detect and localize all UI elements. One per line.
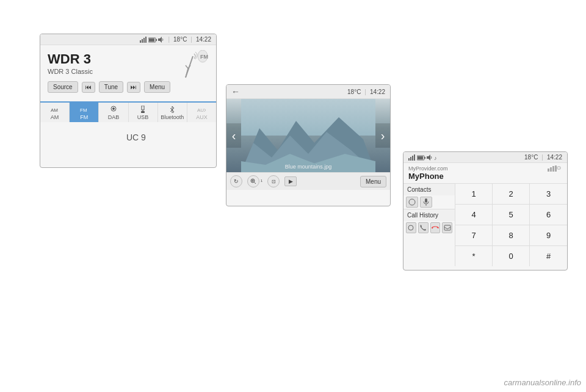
prev-image-button[interactable]: ‹	[226, 123, 241, 148]
provider-label: MyProvider.com	[408, 165, 448, 172]
time-radio: 14:22	[196, 36, 211, 43]
voicemail-button[interactable]	[442, 222, 452, 233]
contacts-actions	[403, 195, 455, 209]
image-caption: Blue mountains.jpg	[285, 164, 332, 170]
dial-5[interactable]: 5	[493, 205, 530, 225]
watermark: carmanualsonline.info	[504, 378, 581, 387]
svg-line-12	[186, 65, 188, 68]
svg-rect-3	[145, 37, 146, 43]
play-button[interactable]: ▶	[284, 176, 297, 186]
source-bluetooth[interactable]: Bluetooth	[158, 103, 187, 122]
source-am[interactable]: AM AM	[40, 103, 70, 122]
source-button[interactable]: Source	[48, 81, 78, 93]
source-usb[interactable]: USB	[129, 103, 158, 122]
dial-9[interactable]: 9	[530, 225, 567, 246]
dial-7[interactable]: 7	[455, 225, 493, 246]
svg-rect-20	[141, 111, 145, 113]
status-right: 18°C | 14:22	[347, 89, 385, 95]
svg-text:FM: FM	[200, 54, 208, 60]
contacts-icon1[interactable]	[406, 197, 418, 208]
next-image-button[interactable]: ›	[375, 123, 390, 148]
call-history-row: Call History	[403, 209, 455, 234]
phone-body: Contacts	[403, 184, 567, 266]
sep4: |	[541, 154, 543, 161]
dial-hash[interactable]: #	[530, 246, 567, 266]
svg-rect-42	[557, 167, 560, 169]
svg-rect-5	[156, 39, 157, 41]
fm-tower-icon: FM	[179, 50, 209, 79]
contacts-row: Contacts	[403, 184, 455, 209]
svg-rect-18	[142, 106, 144, 110]
images-menu-button[interactable]: Menu	[360, 176, 386, 187]
svg-line-49	[447, 227, 450, 229]
radio-main-content: WDR 3 WDR 3 Classic FM Source ⏮ Tune ⏭	[40, 45, 216, 96]
svg-rect-39	[550, 167, 552, 172]
battery-icon	[148, 37, 157, 43]
menu-button[interactable]: Menu	[144, 81, 170, 93]
call-history-button[interactable]: Call History	[403, 209, 455, 221]
tune-button[interactable]: Tune	[99, 81, 123, 93]
bluetooth-label: Bluetooth	[161, 114, 184, 120]
contacts-button[interactable]: Contacts	[403, 184, 455, 195]
dial-0[interactable]: 0	[493, 246, 530, 266]
dial-2[interactable]: 2	[493, 184, 530, 205]
mic-icon	[423, 198, 429, 206]
source-aux[interactable]: AUX AUX	[187, 103, 216, 122]
dial-4[interactable]: 4	[455, 205, 493, 225]
fm-logo: FM	[179, 50, 209, 79]
svg-text:FM: FM	[80, 107, 87, 113]
dial-6[interactable]: 6	[530, 205, 567, 225]
contacts-mic-button[interactable]	[420, 197, 432, 208]
prev-button[interactable]: ⏮	[82, 82, 95, 93]
svg-point-17	[112, 107, 115, 110]
call-history-actions	[403, 221, 455, 234]
svg-text:AM: AM	[51, 107, 58, 113]
image-display: ‹ › Blue mountains.jpg	[226, 99, 390, 172]
sep2: |	[190, 36, 192, 43]
fit-button[interactable]: ⊡	[267, 175, 280, 187]
zoom-icon	[250, 178, 256, 184]
image-viewer-screen: ← 18°C | 14:22 ‹ › Blue mountains.jpg ↻	[226, 84, 391, 206]
svg-rect-30	[410, 157, 411, 161]
radio-controls: Source ⏮ Tune ⏭ Menu	[48, 81, 209, 93]
end-call-button[interactable]	[430, 222, 441, 233]
temperature-phone: 18°C	[524, 154, 538, 161]
sound-icon	[158, 37, 164, 43]
back-button[interactable]: ←	[231, 87, 240, 96]
svg-point-43	[409, 199, 415, 205]
next-button[interactable]: ⏭	[127, 82, 140, 93]
image-content	[241, 99, 375, 172]
svg-rect-44	[425, 198, 427, 203]
phone-left-panel: Contacts	[403, 184, 455, 266]
svg-text:♪: ♪	[434, 155, 437, 161]
phone-screen: ♪ 18°C | 14:22 MyProvider.com MyPhone Co…	[403, 151, 568, 270]
dialpad: 1 2 3 4 5 6 7 8 9 * 0 #	[455, 184, 567, 266]
radio-screen: | 18°C | 14:22 WDR 3 WDR 3 Classic FM	[40, 34, 217, 168]
dial-1[interactable]: 1	[455, 184, 493, 205]
phone-call-button[interactable]	[418, 222, 429, 233]
dial-8[interactable]: 8	[493, 225, 530, 246]
call-icon2[interactable]	[406, 222, 416, 233]
provider-signal-icon	[548, 165, 562, 172]
zoom-button[interactable]	[247, 175, 259, 187]
source-dab[interactable]: DAB	[99, 103, 128, 122]
dial-star[interactable]: *	[455, 246, 493, 266]
svg-rect-29	[408, 158, 410, 161]
sep1: |	[168, 36, 170, 43]
dab-label: DAB	[108, 114, 120, 120]
sep3: |	[364, 89, 366, 95]
svg-rect-31	[412, 156, 413, 161]
time-images: 14:22	[370, 89, 385, 95]
fm-icon: FM	[80, 106, 89, 114]
status-bar-phone: ♪ 18°C | 14:22	[403, 152, 567, 163]
source-fm[interactable]: FM FM	[70, 103, 99, 122]
phone-name: MyPhone	[408, 172, 562, 181]
svg-rect-40	[552, 166, 554, 172]
phone-battery-icon	[417, 154, 425, 161]
dial-3[interactable]: 3	[530, 184, 567, 205]
usb-label: USB	[137, 114, 149, 120]
svg-rect-0	[140, 40, 141, 43]
svg-rect-34	[424, 157, 425, 159]
svg-marker-36	[427, 154, 430, 161]
rotate-button[interactable]: ↻	[230, 175, 242, 187]
